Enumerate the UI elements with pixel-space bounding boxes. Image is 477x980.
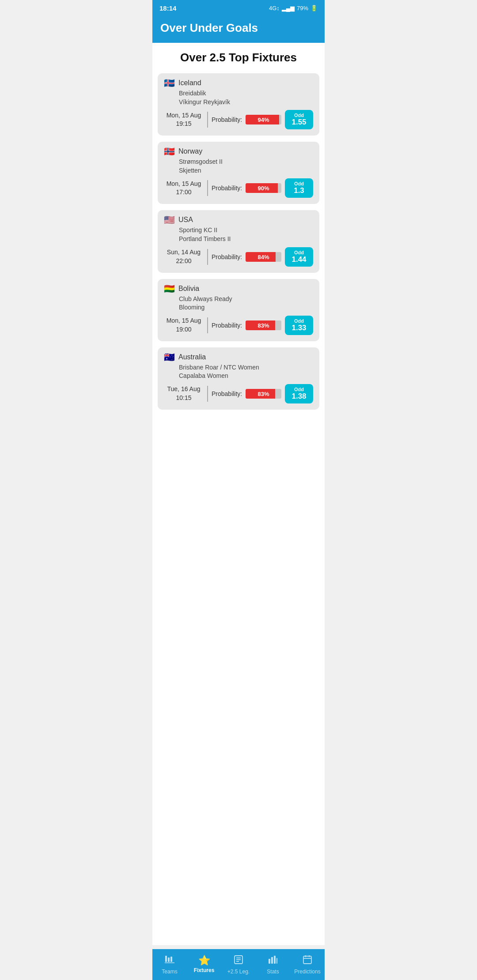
svg-rect-2	[170, 957, 172, 962]
probability-label: Probability:	[212, 185, 242, 192]
probability-bar: 83%	[246, 320, 281, 330]
fixture-header: 🇦🇺 Australia	[164, 353, 313, 362]
fixture-bottom: Mon, 15 Aug17:00 Probability: 90% Odd 1.…	[164, 178, 313, 198]
team1-name: Brisbane Roar / NTC Women	[179, 363, 313, 372]
probability-label: Probability:	[212, 322, 242, 329]
odd-badge: Odd 1.55	[285, 110, 313, 129]
fixture-header: 🇧🇴 Bolivia	[164, 284, 313, 293]
team-names: Brisbane Roar / NTC Women Capalaba Women	[164, 363, 313, 381]
country-name: Norway	[178, 147, 202, 155]
svg-rect-0	[165, 956, 167, 962]
page-title: Over 2.5 Top Fixtures	[158, 51, 319, 64]
svg-rect-12	[276, 958, 277, 964]
country-flag: 🇳🇴	[164, 147, 175, 156]
fixture-card-5[interactable]: 🇦🇺 Australia Brisbane Roar / NTC Women C…	[158, 347, 319, 410]
team2-name: Capalaba Women	[179, 372, 313, 381]
probability-bar: 94%	[246, 115, 281, 124]
country-name: Iceland	[178, 79, 201, 87]
team1-name: Sporting KC II	[179, 226, 313, 235]
country-flag: 🇺🇸	[164, 215, 175, 224]
odd-label: Odd	[290, 318, 308, 324]
fixture-header: 🇺🇸 USA	[164, 215, 313, 224]
divider	[207, 386, 208, 402]
team2-name: Portland Timbers II	[179, 235, 313, 244]
team-names: Sporting KC II Portland Timbers II	[164, 226, 313, 243]
fixtures-list: 🇮🇸 Iceland Breidablik Víkingur Reykjavík…	[158, 73, 319, 410]
fixture-header: 🇮🇸 Iceland	[164, 79, 313, 87]
probability-bar: 84%	[246, 252, 281, 262]
divider	[207, 317, 208, 333]
odd-value: 1.33	[290, 324, 308, 332]
nav-leg-label: +2.5 Leg.	[227, 969, 250, 975]
fixture-card-4[interactable]: 🇧🇴 Bolivia Club Always Ready Blooming Mo…	[158, 279, 319, 341]
fixture-bottom: Tue, 16 Aug10:15 Probability: 83% Odd 1.…	[164, 384, 313, 403]
status-icons: 4G↕ ▂▄▆ 79% 🔋	[269, 5, 318, 11]
team1-name: Club Always Ready	[179, 295, 313, 304]
odd-value: 1.38	[290, 392, 308, 401]
odd-badge: Odd 1.44	[285, 247, 313, 267]
battery-text: 79%	[297, 5, 308, 11]
probability-value: 90%	[258, 185, 269, 192]
fixture-date: Mon, 15 Aug19:15	[164, 111, 204, 128]
odd-value: 1.55	[290, 118, 308, 127]
nav-teams-label: Teams	[162, 969, 177, 975]
leg-icon	[233, 954, 244, 967]
probability-label: Probability:	[212, 116, 242, 123]
svg-rect-9	[269, 959, 270, 964]
odd-label: Odd	[290, 387, 308, 392]
country-flag: 🇦🇺	[164, 353, 175, 362]
stats-icon	[268, 954, 278, 967]
nav-teams[interactable]: Teams	[154, 954, 185, 975]
odd-label: Odd	[290, 113, 308, 118]
network-icon: 4G↕	[269, 5, 280, 11]
bottom-nav: Teams ⭐ Fixtures +2.5 Leg. Stats Predict…	[152, 949, 325, 980]
teams-icon	[164, 954, 175, 967]
odd-value: 1.44	[290, 255, 308, 264]
fixture-bottom: Mon, 15 Aug19:15 Probability: 94% Odd 1.…	[164, 110, 313, 129]
probability-value: 83%	[258, 322, 269, 328]
svg-rect-4	[173, 955, 174, 956]
odd-value: 1.3	[290, 186, 308, 195]
battery-icon: 🔋	[310, 5, 318, 11]
team2-name: Víkingur Reykjavík	[179, 98, 313, 107]
team-names: Club Always Ready Blooming	[164, 295, 313, 312]
status-time: 18:14	[159, 4, 176, 12]
probability-value: 83%	[258, 390, 269, 397]
fixture-card-2[interactable]: 🇳🇴 Norway Strømsgodset II Skjetten Mon, …	[158, 142, 319, 204]
nav-predictions[interactable]: Predictions	[292, 954, 323, 975]
main-content: Over 2.5 Top Fixtures 🇮🇸 Iceland Breidab…	[152, 43, 325, 945]
team2-name: Skjetten	[179, 166, 313, 175]
country-flag: 🇮🇸	[164, 79, 175, 87]
probability-label: Probability:	[212, 253, 242, 260]
probability-section: Probability: 94%	[212, 115, 281, 124]
country-name: USA	[178, 216, 193, 224]
probability-section: Probability: 83%	[212, 320, 281, 330]
fixtures-icon: ⭐	[198, 956, 210, 965]
probability-section: Probability: 83%	[212, 389, 281, 399]
fixture-header: 🇳🇴 Norway	[164, 147, 313, 156]
probability-section: Probability: 84%	[212, 252, 281, 262]
divider	[207, 249, 208, 265]
fixture-bottom: Mon, 15 Aug19:00 Probability: 83% Odd 1.…	[164, 316, 313, 335]
nav-fixtures[interactable]: ⭐ Fixtures	[189, 956, 220, 973]
country-flag: 🇧🇴	[164, 284, 175, 293]
fixture-bottom: Sun, 14 Aug22:00 Probability: 84% Odd 1.…	[164, 247, 313, 267]
team1-name: Breidablik	[179, 89, 313, 98]
team1-name: Strømsgodset II	[179, 158, 313, 166]
odd-label: Odd	[290, 181, 308, 186]
fixture-card-1[interactable]: 🇮🇸 Iceland Breidablik Víkingur Reykjavík…	[158, 73, 319, 136]
team-names: Strømsgodset II Skjetten	[164, 158, 313, 175]
country-name: Australia	[178, 353, 206, 361]
odd-badge: Odd 1.38	[285, 384, 313, 403]
odd-label: Odd	[290, 250, 308, 255]
nav-stats[interactable]: Stats	[257, 954, 288, 975]
status-bar: 18:14 4G↕ ▂▄▆ 79% 🔋	[152, 0, 325, 16]
svg-rect-11	[274, 956, 276, 964]
predictions-icon	[302, 954, 313, 967]
nav-stats-label: Stats	[267, 969, 279, 975]
signal-icon: ▂▄▆	[282, 5, 295, 11]
probability-label: Probability:	[212, 390, 242, 397]
nav-leg[interactable]: +2.5 Leg.	[223, 954, 254, 975]
probability-bar: 90%	[246, 183, 281, 193]
fixture-card-3[interactable]: 🇺🇸 USA Sporting KC II Portland Timbers I…	[158, 210, 319, 272]
